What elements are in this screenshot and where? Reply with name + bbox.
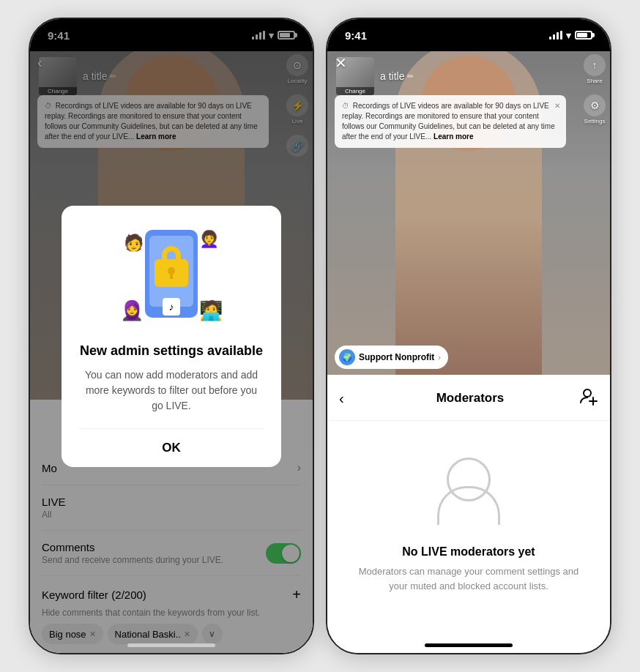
- moderators-add-button[interactable]: [579, 387, 598, 410]
- status-bar-2: 9:41 ▾: [327, 19, 610, 51]
- illus-lock: [155, 259, 188, 287]
- add-moderator-icon: [579, 387, 598, 406]
- modal-overlay: 👩‍🦱 🧑 ♪: [30, 19, 313, 653]
- tiktok-logo-icon: ♪: [163, 298, 180, 316]
- change-label-2: Change: [336, 87, 374, 95]
- notif-icon-2: ⏱: [342, 102, 349, 110]
- person-left-icon: 🧕: [120, 294, 144, 327]
- time-2: 9:41: [345, 29, 367, 42]
- admin-settings-modal: 👩‍🦱 🧑 ♪: [62, 206, 281, 467]
- notification-close-2[interactable]: ✕: [554, 101, 560, 111]
- settings-icon[interactable]: ⚙ Settings: [584, 94, 606, 124]
- empty-state-description: Moderators can manage your comment setti…: [349, 564, 588, 593]
- wifi-icon-2: ▾: [566, 30, 571, 41]
- status-icons-2: ▾: [549, 30, 592, 41]
- empty-state-title: No LIVE moderators yet: [402, 545, 535, 559]
- title-area-2: a title ✏: [380, 70, 414, 82]
- support-pill-arrow: ›: [438, 353, 441, 362]
- settings-label: Settings: [584, 118, 606, 124]
- phone-2: 9:41 ▾ Change a title: [326, 18, 611, 654]
- right-icons-2: ↑ Share ⚙ Settings: [584, 54, 606, 124]
- share-label: Share: [587, 78, 602, 84]
- modal-description: You can now add moderators and add more …: [79, 367, 264, 414]
- phone-1: 9:41 ▾ Change a title: [29, 18, 314, 654]
- learn-more-2[interactable]: Learn more: [434, 132, 473, 141]
- support-pill-text: Support Nonprofit: [359, 352, 434, 362]
- notification-box-2: ⏱ Recordings of LIVE videos are availabl…: [335, 95, 566, 148]
- person-top-right-icon: 👩‍🦱: [199, 230, 219, 249]
- home-indicator-1: [127, 643, 215, 647]
- moderators-back-button[interactable]: ‹: [339, 390, 361, 407]
- modal-ok-button[interactable]: OK: [79, 429, 264, 467]
- moderators-title: Moderators: [436, 391, 505, 406]
- close-button-2[interactable]: ✕: [335, 54, 347, 72]
- person-top-left-icon: 🧑: [124, 234, 144, 253]
- live-title-2: a title: [380, 70, 404, 82]
- battery-icon-2: [575, 31, 592, 40]
- empty-avatar-icon: [439, 458, 498, 516]
- moderators-panel: ‹ Moderators No LIVE moderator: [327, 375, 610, 653]
- signal-icon-2: [549, 31, 562, 40]
- svg-point-0: [584, 389, 591, 397]
- live-top-bar-2: Change a title ✏: [327, 51, 610, 101]
- person-right-icon: 🧑‍💻: [199, 294, 223, 327]
- support-nonprofit-pill[interactable]: 🌍 Support Nonprofit ›: [335, 346, 448, 369]
- nonprofit-icon: 🌍: [339, 349, 355, 365]
- empty-state: No LIVE moderators yet Moderators can ma…: [327, 421, 610, 615]
- share-icon[interactable]: ↑ Share: [584, 54, 606, 84]
- moderators-header: ‹ Moderators: [327, 375, 610, 421]
- home-indicator-2: [425, 643, 513, 647]
- edit-icon-2[interactable]: ✏: [407, 72, 414, 81]
- modal-button-area: OK: [79, 428, 264, 467]
- modal-title: New admin settings available: [79, 343, 264, 359]
- modal-illustration: 👩‍🦱 🧑 ♪: [120, 226, 223, 329]
